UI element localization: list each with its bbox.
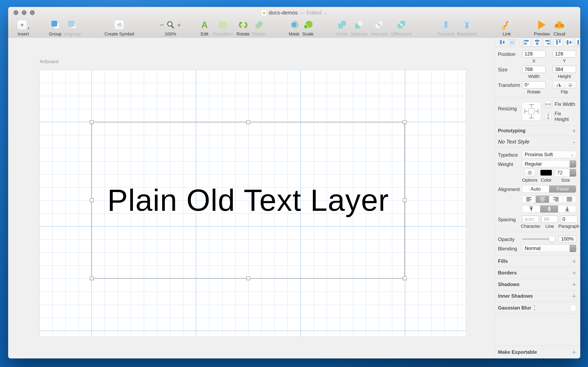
align-bottom-button[interactable] [558, 206, 576, 212]
distribute-vertically-icon[interactable] [508, 38, 516, 46]
width-input[interactable] [522, 66, 546, 73]
resize-handle[interactable] [403, 276, 406, 280]
intersect-button[interactable]: Intersect [371, 20, 388, 37]
align-top-button[interactable] [522, 206, 540, 212]
slider-knob[interactable] [549, 236, 555, 242]
paragraph-label: Paragraph [558, 224, 579, 229]
resize-handle[interactable] [90, 120, 94, 124]
rotate-button[interactable]: Rotate [236, 20, 250, 37]
link-button[interactable]: Link [502, 20, 512, 37]
resize-handle[interactable] [90, 276, 94, 280]
move-backward-icon [462, 20, 472, 30]
resize-handle[interactable] [246, 276, 250, 280]
difference-button[interactable]: Difference [391, 20, 412, 37]
position-y-input[interactable] [553, 50, 576, 58]
text-layer[interactable]: Plain Old Text Layer [107, 183, 389, 218]
edit-button[interactable]: A Edit [201, 20, 208, 37]
add-border-icon[interactable]: + [572, 269, 576, 277]
alignment-toolbar [495, 38, 580, 47]
inner-shadows-label: Inner Shadows [498, 293, 533, 299]
gaussian-blur-checkbox[interactable] [570, 305, 576, 311]
resize-handle[interactable] [246, 120, 250, 124]
blur-type-stepper-icon[interactable]: ⌃⌄ [533, 305, 536, 310]
line-spacing-input[interactable] [541, 216, 558, 223]
add-fill-icon[interactable]: + [572, 257, 576, 265]
align-bottom-icon[interactable] [575, 38, 580, 46]
cloud-button[interactable]: Cloud [553, 20, 565, 37]
align-middle-button[interactable] [540, 206, 558, 212]
blending-row: Blending Normal ⌃⌄ [495, 243, 580, 255]
group-button[interactable]: Group [49, 20, 61, 37]
resize-handle[interactable] [403, 120, 406, 124]
backward-button[interactable]: Backward [457, 20, 477, 37]
font-options-button[interactable]: ⚙ [524, 169, 535, 176]
canvas[interactable]: Artboard Plain Old Text Layer [8, 38, 494, 359]
blending-dropdown[interactable]: Normal ⌃⌄ [522, 245, 576, 252]
flip-vertical-button[interactable] [564, 81, 576, 88]
align-middle-vertical-icon[interactable] [565, 38, 573, 46]
fixed-width-option[interactable]: Fixed [549, 185, 576, 192]
text-style-selector[interactable]: No Text Style ⌄ [495, 136, 580, 147]
scale-icon [303, 20, 313, 30]
stepper-icon[interactable]: ⌄ [570, 169, 576, 176]
distribute-horizontally-icon[interactable] [498, 38, 506, 46]
subtract-button[interactable]: Subtract [351, 20, 367, 37]
fix-height-toggle[interactable] [545, 113, 552, 120]
paragraph-spacing-input[interactable] [560, 216, 578, 223]
forward-button[interactable]: Forward [438, 20, 454, 37]
font-size-control[interactable]: 72 ⌄ [555, 169, 576, 176]
union-button[interactable]: Union [336, 20, 348, 37]
zoom-out-icon[interactable]: − [160, 21, 164, 28]
pinning-control[interactable] [522, 102, 541, 121]
transform-button[interactable]: Transform [213, 20, 233, 37]
fix-width-toggle[interactable] [545, 100, 552, 108]
align-text-center-button[interactable] [536, 196, 549, 203]
add-shadow-icon[interactable]: + [572, 281, 576, 289]
mask-button[interactable]: Mask [289, 20, 300, 37]
height-input[interactable] [553, 66, 576, 73]
add-inner-shadow-icon[interactable]: + [572, 292, 576, 300]
resize-handle[interactable] [403, 198, 406, 202]
text-color-well[interactable] [539, 169, 553, 176]
borders-section: Borders + [495, 267, 580, 278]
opacity-slider[interactable] [522, 235, 555, 243]
mask-icon [289, 20, 299, 30]
auto-width-option[interactable]: Auto [522, 185, 549, 192]
character-spacing-input[interactable] [522, 216, 539, 223]
zoom-in-icon[interactable]: + [177, 21, 181, 28]
scale-button[interactable]: Scale [302, 20, 314, 37]
title-chevron-icon[interactable]: ⌄ [324, 10, 327, 15]
artboard-label[interactable]: Artboard [40, 59, 58, 64]
create-symbol-button[interactable]: ⟲ Create Symbol [104, 20, 134, 37]
stepper-icon[interactable]: ⌃⌄ [570, 160, 576, 167]
position-x-input[interactable] [522, 50, 546, 58]
align-text-left-button[interactable] [522, 196, 536, 203]
weight-dropdown[interactable]: Regular ⌃⌄ [522, 160, 576, 167]
typeface-dropdown[interactable]: Proxima Soft ⌄ [522, 151, 576, 158]
flip-horizontal-button[interactable] [553, 81, 564, 88]
justify-text-button[interactable] [562, 196, 576, 203]
align-text-right-button[interactable] [549, 196, 562, 203]
add-export-icon[interactable]: + [572, 348, 576, 356]
prototyping-section: Prototyping + [495, 125, 580, 136]
zoom-control[interactable]: − + 100% [160, 20, 181, 37]
opacity-input[interactable] [559, 235, 576, 243]
zoom-level: 100% [165, 31, 176, 37]
alignment-label: Alignment [498, 185, 522, 192]
prototyping-label: Prototyping [498, 128, 526, 133]
flatten-button[interactable]: Flatten [252, 20, 266, 37]
align-left-icon[interactable] [522, 38, 530, 46]
ungroup-button[interactable]: Ungroup [63, 20, 81, 37]
add-prototyping-icon[interactable]: + [572, 127, 576, 135]
align-top-icon[interactable] [554, 38, 562, 46]
stepper-icon[interactable]: ⌃⌄ [570, 245, 576, 252]
link-icon [502, 20, 512, 30]
preview-button[interactable]: Preview [534, 20, 550, 37]
text-layer-selection[interactable]: Plain Old Text Layer [91, 122, 405, 278]
insert-button[interactable]: + ▾ Insert [17, 20, 29, 37]
resize-handle[interactable] [90, 198, 94, 202]
rotate-input[interactable] [522, 81, 546, 89]
align-center-horizontal-icon[interactable] [533, 38, 541, 46]
font-size-value: 72 [557, 170, 563, 175]
align-right-icon[interactable] [544, 38, 552, 46]
